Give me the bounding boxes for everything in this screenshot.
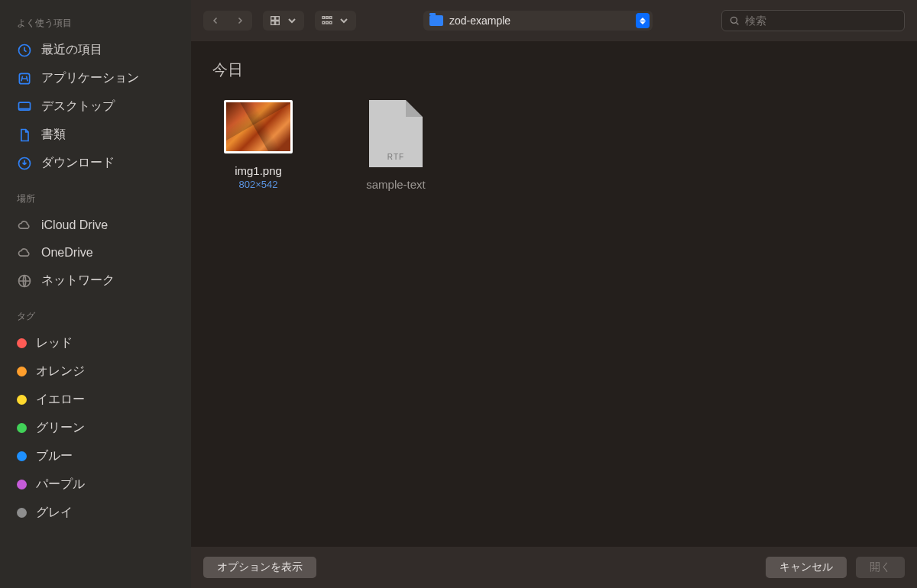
sidebar-tag-green[interactable]: グリーン xyxy=(0,414,191,442)
desktop-icon xyxy=(17,99,32,115)
tag-dot-icon xyxy=(17,395,27,405)
image-thumbnail xyxy=(224,100,293,153)
sidebar: よく使う項目 最近の項目 アプリケーション デスクトップ 書類 ダウンロード 場… xyxy=(0,0,191,588)
sidebar-item-label: OneDrive xyxy=(41,246,93,260)
tag-dot-icon xyxy=(17,367,27,376)
updown-icon xyxy=(636,13,650,28)
cloud-icon xyxy=(17,245,32,260)
tag-dot-icon xyxy=(17,338,27,348)
sidebar-tag-gray[interactable]: グレイ xyxy=(0,499,191,527)
sidebar-item-icloud[interactable]: iCloud Drive xyxy=(0,212,191,239)
svg-rect-14 xyxy=(329,21,332,24)
file-browser[interactable]: 今日 img1.png 802×542 RTF sample-text xyxy=(191,41,917,547)
tag-dot-icon xyxy=(17,508,27,518)
search-field[interactable] xyxy=(721,10,905,31)
tag-dot-icon xyxy=(17,451,27,461)
main-area: zod-example 今日 img1.png 802×542 RTF xyxy=(191,0,917,588)
open-button[interactable]: 開く xyxy=(856,557,905,578)
sidebar-item-label: デスクトップ xyxy=(41,99,115,115)
sidebar-item-label: イエロー xyxy=(36,392,85,408)
sidebar-item-label: 書類 xyxy=(41,127,66,143)
tag-dot-icon xyxy=(17,480,27,489)
group-by-button[interactable] xyxy=(315,11,356,31)
sidebar-header-locations: 場所 xyxy=(0,189,191,212)
options-button[interactable]: オプションを表示 xyxy=(203,557,316,578)
sidebar-item-label: ネットワーク xyxy=(41,273,115,289)
chevron-down-icon xyxy=(338,15,350,27)
sidebar-item-label: グリーン xyxy=(36,420,85,436)
sidebar-item-recents[interactable]: 最近の項目 xyxy=(0,36,191,64)
folder-path-selector[interactable]: zod-example xyxy=(423,11,653,31)
search-icon xyxy=(728,15,740,27)
sidebar-header-tags: タグ xyxy=(0,307,191,329)
sidebar-item-label: グレイ xyxy=(36,505,73,521)
sidebar-item-downloads[interactable]: ダウンロード xyxy=(0,149,191,177)
app-icon xyxy=(17,71,32,86)
sidebar-item-network[interactable]: ネットワーク xyxy=(0,267,191,295)
svg-point-15 xyxy=(731,17,737,23)
sidebar-item-label: ダウンロード xyxy=(41,155,115,171)
tag-dot-icon xyxy=(17,423,27,433)
file-dimensions: 802×542 xyxy=(239,179,278,190)
file-item-img1[interactable]: img1.png 802×542 xyxy=(212,100,304,191)
toolbar: zod-example xyxy=(191,0,917,41)
file-badge: RTF xyxy=(387,153,404,161)
svg-rect-5 xyxy=(271,17,275,21)
sidebar-item-documents[interactable]: 書類 xyxy=(0,121,191,149)
doc-icon xyxy=(17,128,32,143)
sidebar-tag-yellow[interactable]: イエロー xyxy=(0,386,191,414)
sidebar-item-desktop[interactable]: デスクトップ xyxy=(0,92,191,121)
back-button[interactable] xyxy=(203,11,228,31)
cancel-button[interactable]: キャンセル xyxy=(766,557,847,578)
file-grid: img1.png 802×542 RTF sample-text xyxy=(212,100,896,191)
svg-rect-9 xyxy=(322,17,325,19)
sidebar-item-label: iCloud Drive xyxy=(41,218,108,232)
folder-name: zod-example xyxy=(449,15,510,27)
sidebar-item-label: オレンジ xyxy=(36,363,85,380)
sidebar-tag-blue[interactable]: ブルー xyxy=(0,442,191,470)
view-icon-button[interactable] xyxy=(263,11,304,31)
sidebar-header-favorites: よく使う項目 xyxy=(0,14,191,36)
sidebar-tag-red[interactable]: レッド xyxy=(0,329,191,357)
clock-icon xyxy=(17,43,32,58)
sidebar-item-label: 最近の項目 xyxy=(41,42,102,58)
cloud-icon xyxy=(17,218,32,233)
svg-rect-11 xyxy=(329,17,332,19)
sidebar-item-applications[interactable]: アプリケーション xyxy=(0,64,191,92)
sidebar-tag-orange[interactable]: オレンジ xyxy=(0,357,191,386)
svg-rect-8 xyxy=(276,21,280,25)
svg-rect-6 xyxy=(276,17,280,21)
sidebar-item-label: レッド xyxy=(36,335,73,351)
download-icon xyxy=(17,156,32,171)
folder-icon xyxy=(429,15,443,26)
globe-icon xyxy=(17,273,32,289)
dialog-footer: オプションを表示 キャンセル 開く xyxy=(191,547,917,588)
svg-rect-13 xyxy=(326,21,329,24)
group-header-today: 今日 xyxy=(212,60,896,80)
svg-rect-10 xyxy=(326,17,329,19)
chevron-down-icon xyxy=(286,15,298,27)
file-item-sample-text[interactable]: RTF sample-text xyxy=(350,100,442,191)
sidebar-item-label: アプリケーション xyxy=(41,70,139,86)
svg-rect-7 xyxy=(271,21,275,25)
rtf-thumbnail: RTF xyxy=(369,100,423,167)
file-name: img1.png xyxy=(235,164,282,177)
sidebar-item-label: ブルー xyxy=(36,448,73,464)
search-input[interactable] xyxy=(745,15,898,27)
forward-button[interactable] xyxy=(228,11,252,31)
sidebar-item-onedrive[interactable]: OneDrive xyxy=(0,239,191,267)
file-name: sample-text xyxy=(366,178,426,191)
svg-rect-12 xyxy=(322,21,325,24)
nav-group xyxy=(203,11,252,31)
sidebar-item-label: パープル xyxy=(36,477,85,493)
sidebar-tag-purple[interactable]: パープル xyxy=(0,470,191,499)
